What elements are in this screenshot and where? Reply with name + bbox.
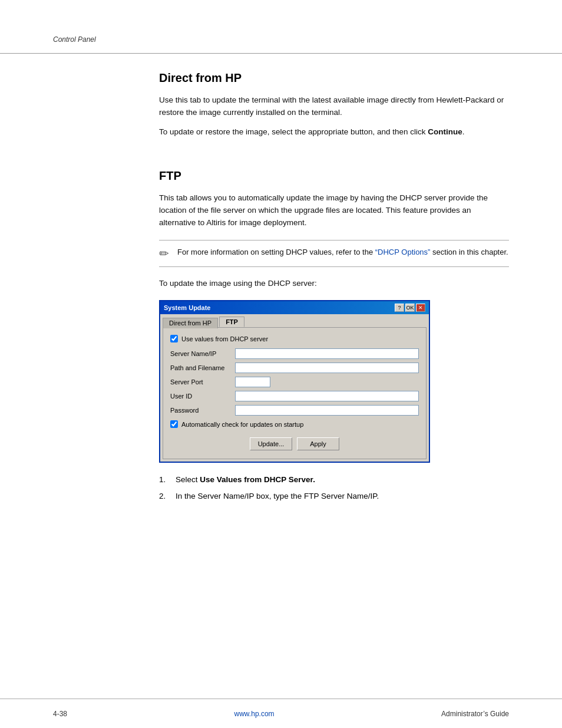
dialog-body: Use values from DHCP server Server Name/…: [163, 327, 427, 459]
step-2-num: 2.: [159, 490, 171, 503]
breadcrumb: Control Panel: [53, 35, 509, 44]
server-name-label: Server Name/IP: [170, 350, 235, 357]
page: Control Panel Direct from HP Use this ta…: [0, 0, 562, 728]
dialog-ok-button[interactable]: OK: [405, 304, 415, 312]
use-dhcp-checkbox[interactable]: [170, 335, 178, 342]
note-box: ✏ For more information on setting DHCP v…: [159, 240, 509, 267]
server-port-label: Server Port: [170, 378, 235, 386]
dialog-titlebar: System Update ? OK ✕: [160, 301, 429, 314]
user-id-row: User ID: [170, 391, 419, 401]
step-1-text: Select Use Values from DHCP Server.: [176, 473, 315, 486]
update-button[interactable]: Update...: [250, 437, 292, 450]
server-port-input[interactable]: [235, 377, 270, 387]
step-1-num: 1.: [159, 473, 171, 486]
dialog-wrapper: System Update ? OK ✕ Direct from HP: [159, 300, 509, 463]
step-1-before: Select: [176, 475, 200, 484]
path-filename-row: Path and Filename: [170, 363, 419, 373]
auto-check-label: Automatically check for updates on start…: [181, 421, 303, 428]
server-name-row: Server Name/IP: [170, 348, 419, 359]
ftp-instruction: To update the image using the DHCP serve…: [159, 278, 509, 290]
left-margin-2: [53, 163, 159, 506]
section-direct-from-hp: Direct from HP Use this tab to update th…: [53, 65, 509, 146]
use-dhcp-label: Use values from DHCP server: [181, 335, 268, 342]
direct-from-hp-para2: To update or restore the image, select t…: [159, 126, 509, 139]
tab-ftp[interactable]: FTP: [219, 317, 244, 327]
user-id-input[interactable]: [235, 391, 419, 401]
ftp-para1: This tab allows you to automatically upd…: [159, 192, 509, 229]
step-2-text: In the Server Name/IP box, type the FTP …: [176, 490, 379, 503]
ftp-heading: FTP: [159, 169, 509, 183]
system-update-dialog: System Update ? OK ✕ Direct from HP: [159, 300, 430, 463]
footer-url: www.hp.com: [234, 710, 275, 718]
auto-check-checkbox-row: Automatically check for updates on start…: [170, 420, 419, 428]
dialog-close-button[interactable]: ✕: [416, 304, 425, 312]
content-area: Direct from HP Use this tab to update th…: [0, 65, 562, 506]
dialog-help-button[interactable]: ?: [395, 304, 404, 312]
user-id-label: User ID: [170, 393, 235, 400]
note-text-before: For more information on setting DHCP val…: [177, 248, 375, 256]
para2-bold: Continue: [428, 127, 462, 136]
dialog-tabs: Direct from HP FTP: [160, 314, 429, 327]
path-filename-label: Path and Filename: [170, 364, 235, 371]
direct-from-hp-heading: Direct from HP: [159, 71, 509, 85]
tab-direct-from-hp[interactable]: Direct from HP: [163, 318, 218, 328]
dialog-titlebar-controls: ? OK ✕: [395, 304, 425, 312]
server-name-input[interactable]: [235, 348, 419, 359]
password-input[interactable]: [235, 405, 419, 416]
para2-text: To update or restore the image, select t…: [159, 127, 428, 136]
step-1: 1. Select Use Values from DHCP Server.: [159, 473, 509, 486]
dhcp-options-link[interactable]: “DHCP Options”: [375, 248, 431, 256]
para2-end: .: [462, 127, 465, 136]
note-text-after: section in this chapter.: [430, 248, 508, 256]
header-section: Control Panel: [0, 0, 562, 54]
path-filename-input[interactable]: [235, 363, 419, 373]
direct-from-hp-content: Direct from HP Use this tab to update th…: [159, 65, 509, 146]
password-row: Password: [170, 405, 419, 416]
step-1-bold: Use Values from DHCP Server.: [200, 475, 315, 484]
steps-list: 1. Select Use Values from DHCP Server. 2…: [159, 473, 509, 502]
footer-page-number: 4-38: [53, 710, 67, 718]
left-margin-1: [53, 65, 159, 146]
dialog-title: System Update: [164, 304, 210, 311]
use-dhcp-checkbox-row: Use values from DHCP server: [170, 335, 419, 342]
ftp-content: FTP This tab allows you to automatically…: [159, 163, 509, 506]
note-icon: ✏: [159, 246, 169, 261]
footer-title: Administrator’s Guide: [441, 710, 509, 718]
password-label: Password: [170, 407, 235, 414]
dialog-footer: Update... Apply: [170, 434, 419, 452]
footer-bar: 4-38 www.hp.com Administrator’s Guide: [0, 699, 562, 728]
step-2: 2. In the Server Name/IP box, type the F…: [159, 490, 509, 503]
apply-button[interactable]: Apply: [297, 437, 339, 450]
note-text: For more information on setting DHCP val…: [177, 246, 508, 258]
auto-check-checkbox[interactable]: [170, 420, 178, 428]
server-port-row: Server Port: [170, 377, 419, 387]
section-ftp: FTP This tab allows you to automatically…: [53, 163, 509, 506]
direct-from-hp-para1: Use this tab to update the terminal with…: [159, 94, 509, 119]
